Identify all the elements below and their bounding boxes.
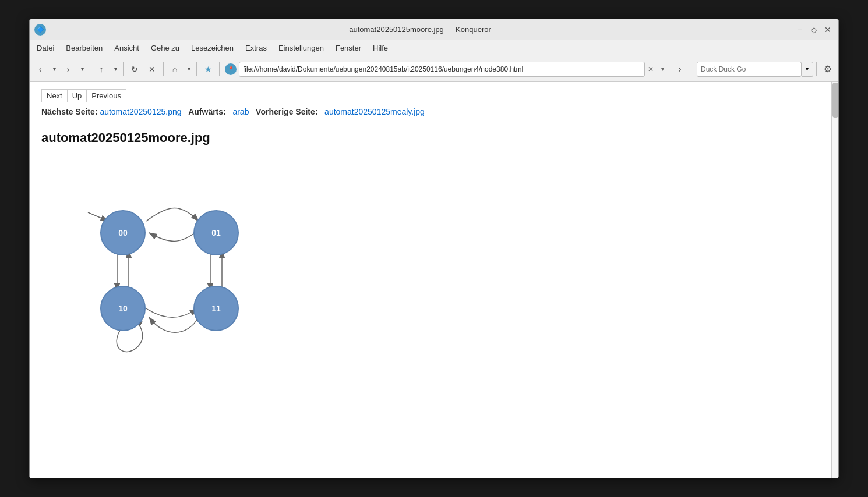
separator-1 (90, 62, 90, 76)
up-nav-link[interactable]: Up (67, 89, 87, 102)
content-area[interactable]: Next Up Previous Nächste Seite: automat2… (30, 82, 838, 478)
address-clear-icon[interactable]: ✕ (645, 63, 657, 75)
menu-hilfe[interactable]: Hilfe (368, 42, 393, 54)
aufwaerts-label: Aufwärts: (188, 107, 226, 116)
node-00-label: 00 (118, 228, 128, 237)
separator-6 (691, 62, 691, 76)
toolbar: ‹ ▾ › ▾ ↑ ▾ ↻ ✕ ⌂ ▾ ★ 📍 ✕ ▾ › ▾ ⚙ (30, 56, 838, 82)
home-button[interactable]: ⌂ (167, 61, 183, 77)
menubar: Datei Bearbeiten Ansicht Gehe zu Lesezei… (30, 40, 838, 56)
address-dropdown-icon[interactable]: ▾ (657, 63, 668, 75)
go-button[interactable]: › (672, 61, 688, 77)
search-input[interactable] (697, 62, 802, 77)
bookmark-button[interactable]: ★ (200, 61, 216, 77)
search-dropdown-icon[interactable]: ▾ (802, 62, 813, 77)
up-button[interactable]: ↑ (93, 61, 110, 77)
app-icon: 🔷 (34, 24, 46, 36)
address-input[interactable] (239, 62, 645, 77)
separator-2 (123, 62, 124, 76)
page-navigation: Nächste Seite: automat20250125.png Aufwä… (41, 107, 820, 116)
edge-00-01 (146, 208, 199, 222)
address-bar: 📍 ✕ ▾ (225, 62, 668, 77)
menu-extras[interactable]: Extras (241, 42, 271, 54)
up-dropdown-button[interactable]: ▾ (111, 61, 120, 77)
menu-datei[interactable]: Datei (32, 42, 59, 54)
home-dropdown-button[interactable]: ▾ (184, 61, 193, 77)
titlebar-left: 🔷 (34, 24, 46, 36)
menu-lesezeichen[interactable]: Lesezeichen (186, 42, 238, 54)
separator-7 (816, 62, 817, 76)
nav-links: Next Up Previous (41, 89, 820, 102)
window-controls: − ◇ ✕ (794, 24, 834, 36)
node-01-label: 01 (211, 228, 221, 237)
search-bar: ▾ (697, 62, 813, 77)
page-title: automat20250125moore.jpg (41, 130, 820, 145)
menu-ansicht[interactable]: Ansicht (110, 42, 144, 54)
next-page-link[interactable]: automat20250125.png (100, 107, 181, 116)
back-dropdown-button[interactable]: ▾ (50, 61, 59, 77)
node-10-label: 10 (118, 304, 128, 313)
titlebar: 🔷 automat20250125moore.jpg — Konqueror −… (30, 19, 838, 40)
minimize-button[interactable]: − (794, 24, 806, 36)
forward-button[interactable]: › (60, 61, 76, 77)
vorherige-label: Vorherige Seite: (256, 107, 317, 116)
reload-button[interactable]: ↻ (126, 61, 143, 77)
prev-page-link[interactable]: automat20250125mealy.jpg (324, 107, 425, 116)
menu-bearbeiten[interactable]: Bearbeiten (61, 42, 107, 54)
location-icon: 📍 (225, 63, 237, 75)
menu-einstellungen[interactable]: Einstellungen (274, 42, 329, 54)
stop-button[interactable]: ✕ (144, 61, 160, 77)
naechste-label: Nächste Seite: (41, 107, 97, 116)
separator-3 (163, 62, 164, 76)
menu-gehe-zu[interactable]: Gehe zu (146, 42, 184, 54)
close-button[interactable]: ✕ (822, 24, 834, 36)
page-content: Next Up Previous Nächste Seite: automat2… (30, 82, 831, 382)
scrollbar[interactable] (831, 82, 838, 478)
window-title: automat20250125moore.jpg — Konqueror (46, 25, 794, 34)
back-button[interactable]: ‹ (32, 61, 48, 77)
separator-5 (219, 62, 220, 76)
diagram-container: 00 01 10 11 (41, 163, 820, 375)
next-nav-link[interactable]: Next (41, 89, 67, 102)
menu-fenster[interactable]: Fenster (331, 42, 366, 54)
edge-10-11 (146, 308, 197, 317)
forward-dropdown-button[interactable]: ▾ (77, 61, 87, 77)
up-page-link[interactable]: arab (232, 107, 249, 116)
restore-button[interactable]: ◇ (808, 24, 820, 36)
edge-11-10 (149, 317, 199, 332)
node-11-label: 11 (211, 304, 221, 313)
settings-button[interactable]: ⚙ (820, 61, 836, 77)
edge-01-00 (149, 230, 199, 241)
separator-4 (196, 62, 197, 76)
browser-window: 🔷 automat20250125moore.jpg — Konqueror −… (29, 19, 839, 478)
previous-nav-link[interactable]: Previous (86, 89, 126, 102)
scrollbar-thumb[interactable] (832, 83, 838, 118)
automaton-diagram: 00 01 10 11 (53, 169, 298, 367)
